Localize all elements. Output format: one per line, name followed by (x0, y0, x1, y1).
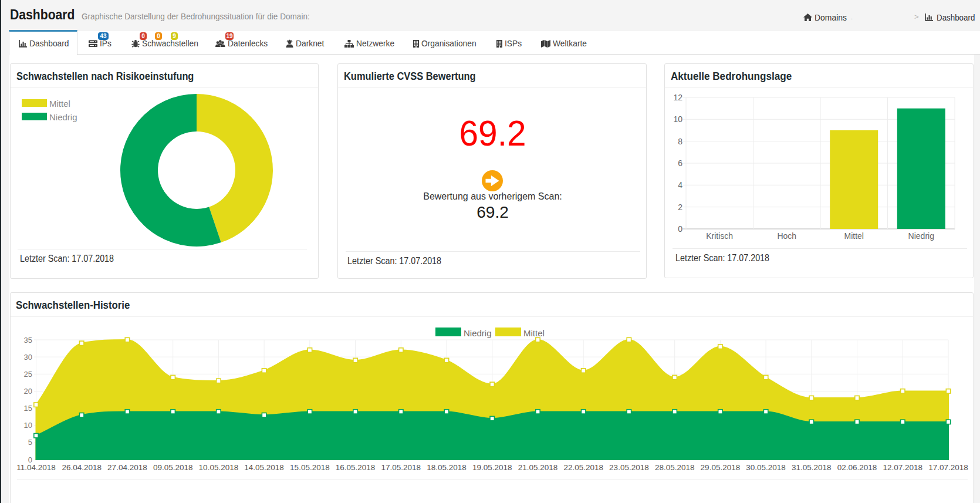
svg-text:21.05.2018: 21.05.2018 (518, 463, 558, 472)
svg-text:5: 5 (28, 438, 32, 447)
svg-text:16.05.2018: 16.05.2018 (336, 463, 376, 472)
svg-text:30: 30 (24, 353, 32, 362)
svg-text:15.05.2018: 15.05.2018 (290, 463, 330, 472)
svg-text:27.04.2018: 27.04.2018 (107, 463, 147, 472)
svg-text:0: 0 (678, 224, 682, 234)
svg-text:10.05.2018: 10.05.2018 (199, 463, 239, 472)
svg-text:31.05.2018: 31.05.2018 (792, 463, 832, 472)
svg-text:Mittel: Mittel (844, 231, 863, 241)
svg-text:10: 10 (24, 421, 32, 430)
svg-text:8: 8 (678, 137, 682, 146)
svg-text:18.05.2018: 18.05.2018 (427, 463, 467, 472)
svg-text:12.07.2018: 12.07.2018 (883, 463, 923, 472)
svg-text:10: 10 (673, 114, 682, 124)
svg-text:20: 20 (24, 387, 32, 396)
svg-text:6: 6 (678, 158, 682, 168)
svg-text:30.05.2018: 30.05.2018 (746, 463, 786, 472)
svg-text:28.05.2018: 28.05.2018 (655, 463, 695, 472)
svg-text:17.05.2018: 17.05.2018 (381, 463, 421, 472)
svg-text:23.05.2018: 23.05.2018 (609, 463, 649, 472)
svg-text:14.05.2018: 14.05.2018 (244, 463, 284, 472)
svg-text:15: 15 (24, 404, 32, 413)
svg-text:35: 35 (24, 336, 32, 345)
svg-text:02.06.2018: 02.06.2018 (837, 463, 877, 472)
svg-text:Kritisch: Kritisch (706, 231, 733, 241)
svg-text:19.05.2018: 19.05.2018 (472, 463, 512, 472)
svg-text:4: 4 (678, 180, 682, 190)
svg-text:Hoch: Hoch (777, 231, 796, 241)
svg-text:Niedrig: Niedrig (908, 231, 934, 241)
svg-text:09.05.2018: 09.05.2018 (153, 463, 193, 472)
svg-text:25: 25 (24, 370, 32, 379)
svg-text:22.05.2018: 22.05.2018 (563, 463, 603, 472)
svg-text:26.04.2018: 26.04.2018 (62, 463, 102, 472)
svg-text:29.05.2018: 29.05.2018 (701, 463, 741, 472)
svg-text:11.04.2018: 11.04.2018 (16, 463, 56, 472)
svg-text:12: 12 (673, 93, 682, 102)
svg-text:17.07.2018: 17.07.2018 (928, 463, 968, 472)
svg-text:2: 2 (678, 202, 682, 212)
